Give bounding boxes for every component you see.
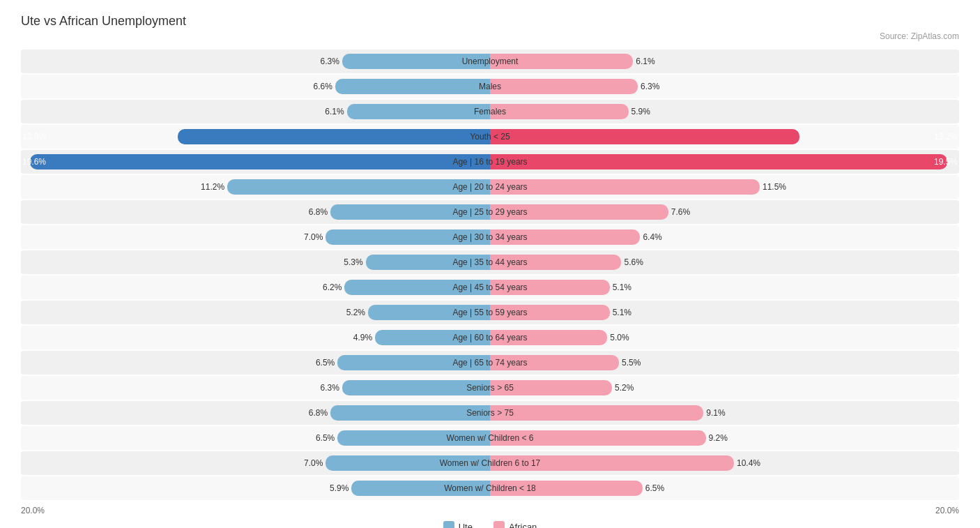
chart-row: Women w/ Children < 66.5%9.2% bbox=[21, 426, 959, 450]
row-label: Age | 60 to 64 years bbox=[452, 333, 527, 342]
chart-row: Age | 65 to 74 years6.5%5.5% bbox=[21, 351, 959, 375]
bar-african bbox=[490, 129, 799, 144]
african-value: 5.0% bbox=[610, 333, 629, 342]
bar-african bbox=[490, 79, 638, 94]
bar-african bbox=[490, 154, 947, 169]
ute-value: 6.8% bbox=[309, 207, 328, 217]
row-label: Women w/ Children 6 to 17 bbox=[440, 458, 541, 468]
chart-row: Males6.6%6.3% bbox=[21, 75, 959, 98]
axis-left: 20.0% bbox=[21, 506, 45, 515]
row-label: Women w/ Children < 6 bbox=[447, 433, 534, 443]
bar-african bbox=[490, 179, 760, 195]
ute-value: 13.3% bbox=[22, 132, 46, 142]
chart-row: Seniors > 656.3%5.2% bbox=[21, 376, 959, 400]
ute-value: 6.8% bbox=[309, 408, 328, 418]
african-value: 5.5% bbox=[622, 358, 641, 368]
chart-container: Ute vs African Unemployment Source: ZipA… bbox=[21, 14, 959, 528]
african-value: 6.1% bbox=[636, 56, 654, 66]
ute-value: 6.3% bbox=[321, 56, 339, 66]
ute-value: 5.3% bbox=[344, 257, 362, 267]
row-label: Age | 55 to 59 years bbox=[452, 308, 527, 317]
african-value: 7.6% bbox=[671, 207, 690, 217]
row-label: Age | 65 to 74 years bbox=[452, 358, 527, 368]
axis-right: 20.0% bbox=[935, 506, 959, 515]
african-value: 19.5% bbox=[934, 157, 958, 167]
legend-african-color bbox=[493, 521, 505, 528]
chart-row: Women w/ Children 6 to 177.0%10.4% bbox=[21, 451, 959, 475]
ute-value: 19.6% bbox=[22, 157, 46, 167]
chart-row: Age | 20 to 24 years11.2%11.5% bbox=[21, 175, 959, 199]
african-value: 13.2% bbox=[934, 132, 958, 142]
chart-row: Age | 35 to 44 years5.3%5.6% bbox=[21, 250, 959, 274]
bar-ute bbox=[30, 154, 490, 169]
row-label: Age | 16 to 19 years bbox=[452, 157, 527, 167]
row-label: Age | 25 to 29 years bbox=[452, 207, 527, 217]
row-label: Females bbox=[474, 107, 506, 116]
african-value: 5.1% bbox=[613, 308, 631, 317]
bar-ute bbox=[335, 79, 490, 94]
ute-value: 5.9% bbox=[330, 483, 349, 493]
african-value: 9.1% bbox=[706, 408, 725, 418]
african-value: 6.3% bbox=[641, 82, 659, 91]
chart-rows: Unemployment6.3%6.1%Males6.6%6.3%Females… bbox=[21, 50, 959, 500]
african-value: 5.2% bbox=[615, 383, 634, 393]
african-value: 5.6% bbox=[624, 257, 643, 267]
chart-row: Seniors > 756.8%9.1% bbox=[21, 401, 959, 425]
bar-african bbox=[490, 405, 703, 421]
ute-value: 7.0% bbox=[304, 232, 323, 242]
row-label: Women w/ Children < 18 bbox=[444, 483, 536, 493]
legend-african-label: African bbox=[509, 522, 537, 529]
ute-value: 6.6% bbox=[314, 82, 332, 91]
row-label: Seniors > 65 bbox=[466, 383, 514, 393]
source-label: Source: ZipAtlas.com bbox=[21, 31, 959, 41]
ute-value: 6.5% bbox=[316, 433, 335, 443]
chart-row: Age | 30 to 34 years7.0%6.4% bbox=[21, 225, 959, 249]
row-label: Seniors > 75 bbox=[466, 408, 514, 418]
legend-african: African bbox=[493, 521, 537, 528]
chart-row: Age | 25 to 29 years6.8%7.6% bbox=[21, 200, 959, 224]
chart-row: Females6.1%5.9% bbox=[21, 100, 959, 123]
legend-ute-color bbox=[443, 521, 454, 528]
chart-row: Women w/ Children < 185.9%6.5% bbox=[21, 476, 959, 500]
legend: Ute African bbox=[21, 521, 959, 528]
african-value: 10.4% bbox=[737, 458, 760, 468]
row-label: Age | 35 to 44 years bbox=[452, 257, 527, 267]
row-label: Age | 20 to 24 years bbox=[452, 182, 527, 192]
ute-value: 4.9% bbox=[353, 333, 372, 342]
african-value: 11.5% bbox=[763, 182, 786, 192]
chart-title: Ute vs African Unemployment bbox=[21, 14, 959, 29]
legend-ute-label: Ute bbox=[459, 522, 473, 529]
ute-value: 6.1% bbox=[325, 107, 344, 116]
african-value: 9.2% bbox=[709, 433, 728, 443]
bar-ute bbox=[347, 104, 490, 119]
axis-row: 20.0% 20.0% bbox=[21, 506, 959, 515]
row-label: Youth < 25 bbox=[470, 132, 510, 142]
ute-value: 11.2% bbox=[201, 182, 224, 192]
ute-value: 7.0% bbox=[304, 458, 323, 468]
african-value: 5.9% bbox=[631, 107, 650, 116]
ute-value: 5.2% bbox=[346, 308, 365, 317]
ute-value: 6.5% bbox=[316, 358, 335, 368]
chart-row: Unemployment6.3%6.1% bbox=[21, 50, 959, 73]
chart-row: Age | 45 to 54 years6.2%5.1% bbox=[21, 276, 959, 299]
row-label: Males bbox=[479, 82, 501, 91]
legend-ute: Ute bbox=[443, 521, 473, 528]
ute-value: 6.2% bbox=[323, 282, 342, 292]
row-label: Age | 30 to 34 years bbox=[452, 232, 527, 242]
bar-ute bbox=[227, 179, 490, 195]
african-value: 6.5% bbox=[645, 483, 664, 493]
chart-row: Age | 55 to 59 years5.2%5.1% bbox=[21, 301, 959, 324]
row-label: Age | 45 to 54 years bbox=[452, 282, 527, 292]
chart-row: Age | 16 to 19 years19.6%19.5% bbox=[21, 150, 959, 174]
chart-row: Youth < 2513.3%13.2% bbox=[21, 125, 959, 149]
bar-ute bbox=[178, 129, 490, 144]
ute-value: 6.3% bbox=[321, 383, 339, 393]
chart-row: Age | 60 to 64 years4.9%5.0% bbox=[21, 326, 959, 349]
bar-african bbox=[490, 104, 629, 119]
african-value: 5.1% bbox=[613, 282, 631, 292]
african-value: 6.4% bbox=[643, 232, 661, 242]
row-label: Unemployment bbox=[462, 56, 519, 66]
